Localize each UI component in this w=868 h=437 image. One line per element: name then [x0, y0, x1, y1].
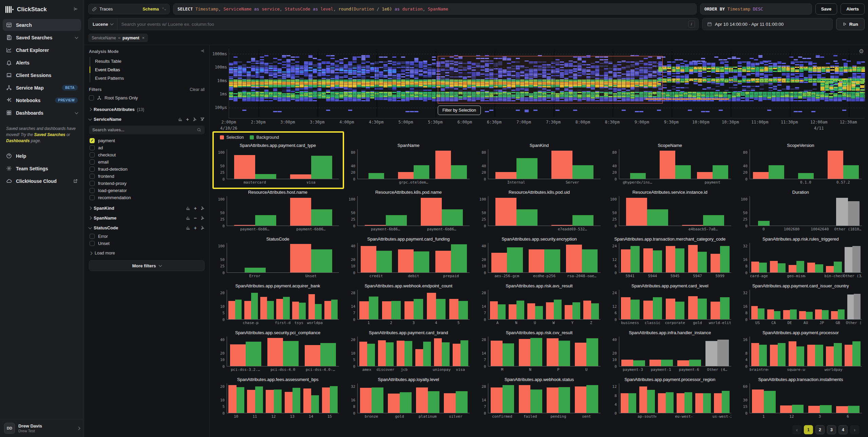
filter-by-selection-button[interactable]: Filter by Selection: [438, 106, 481, 115]
selection-bar[interactable]: [714, 393, 722, 413]
selection-bar[interactable]: [697, 172, 713, 179]
bar-group[interactable]: [414, 383, 442, 413]
background-bar[interactable]: [703, 215, 724, 226]
selection-bar[interactable]: [382, 301, 392, 319]
selection-bar[interactable]: [435, 251, 451, 272]
mini-chart[interactable]: SpanAttributes.app.webhook.status071428c…: [475, 376, 603, 422]
bar-group[interactable]: [766, 290, 782, 319]
bar-group[interactable]: [544, 337, 572, 366]
background-bar[interactable]: [796, 346, 804, 366]
mini-chart[interactable]: SpanAttributes.app.risk.cvv_result071428…: [475, 329, 603, 376]
bar-group[interactable]: [769, 337, 787, 366]
background-bar[interactable]: [666, 392, 674, 413]
mini-chart[interactable]: SpanAttributes.app.payment.card_level061…: [606, 283, 734, 329]
background-bar[interactable]: [369, 173, 384, 179]
bar-group[interactable]: [414, 196, 470, 226]
bar-group[interactable]: [432, 243, 470, 272]
background-bar[interactable]: [283, 297, 290, 319]
filter-value-row[interactable]: recommendation: [90, 194, 205, 201]
background-bar[interactable]: [720, 246, 730, 272]
background-bar[interactable]: [376, 251, 392, 272]
background-bar[interactable]: [717, 340, 729, 366]
selection-bar[interactable]: [815, 309, 822, 319]
selection-bar[interactable]: [807, 345, 815, 366]
bar-group[interactable]: [488, 290, 507, 319]
selection-bar[interactable]: [565, 305, 572, 319]
bar-group[interactable]: [432, 149, 470, 179]
time-range-picker[interactable]: Apr 10 14:00:00 - Apr 11 01:00:00: [702, 18, 833, 30]
bar-group[interactable]: [358, 149, 395, 179]
mini-chart[interactable]: ScopeVersion02040800.1.00.57.2: [737, 142, 865, 188]
selection-bar[interactable]: [397, 341, 404, 366]
mode-event-patterns[interactable]: Event Patterns: [90, 74, 205, 82]
background-bar[interactable]: [759, 345, 767, 366]
sidebar-item-team-settings[interactable]: Team Settings: [3, 163, 81, 174]
bar-group[interactable]: [402, 290, 425, 319]
selection-bar[interactable]: [228, 301, 235, 319]
background-bar[interactable]: [255, 386, 263, 413]
clear-all-button[interactable]: Clear all: [190, 87, 205, 92]
background-bar[interactable]: [698, 299, 707, 319]
background-bar[interactable]: [315, 304, 322, 319]
selection-bar[interactable]: [666, 299, 675, 319]
selection-bar[interactable]: [826, 266, 834, 272]
checkbox[interactable]: [90, 145, 95, 150]
selection-bar[interactable]: [845, 345, 852, 366]
bar-group[interactable]: [545, 149, 601, 179]
background-bar[interactable]: [769, 165, 784, 179]
background-bar[interactable]: [442, 209, 463, 226]
bar-group[interactable]: [787, 243, 806, 272]
bar-group[interactable]: [227, 149, 283, 179]
mini-chart[interactable]: ScopeName0204080@hyperdx/ins…payment: [606, 142, 734, 188]
bar-group[interactable]: [657, 383, 675, 413]
background-bar[interactable]: [245, 268, 266, 272]
selection-bar[interactable]: [360, 388, 372, 413]
pin-icon[interactable]: [200, 226, 205, 230]
background-bar[interactable]: [834, 262, 842, 272]
background-bar[interactable]: [798, 173, 814, 179]
selection-bar[interactable]: [682, 225, 703, 226]
bar-group[interactable]: [572, 337, 601, 366]
bar-group[interactable]: [544, 290, 563, 319]
bar-group[interactable]: [787, 149, 825, 179]
add-filter-icon[interactable]: +: [194, 226, 197, 230]
bar-group[interactable]: [619, 290, 642, 319]
bar-group[interactable]: [750, 290, 766, 319]
filter-value-row[interactable]: checkout: [90, 151, 205, 158]
bar-group[interactable]: [447, 290, 470, 319]
prev-page-button[interactable]: ‹: [792, 425, 801, 434]
add-filter-icon[interactable]: +: [194, 207, 197, 210]
background-bar[interactable]: [838, 309, 845, 319]
bar-group[interactable]: [544, 383, 572, 413]
language-selector[interactable]: Lucene: [89, 18, 117, 30]
selection-bar[interactable]: [789, 265, 796, 272]
filter-value-row[interactable]: ad: [90, 144, 205, 151]
selection-bar[interactable]: [547, 387, 559, 413]
bar-group[interactable]: [713, 383, 731, 413]
chart-icon[interactable]: [178, 117, 183, 121]
selection-bar[interactable]: [434, 338, 442, 366]
bar-group[interactable]: [675, 196, 731, 226]
background-bar[interactable]: [311, 395, 319, 413]
mini-chart[interactable]: SpanAttributes.app.payment.acquirer_bank…: [214, 283, 342, 329]
checkbox[interactable]: [90, 167, 95, 172]
bar-group[interactable]: [750, 243, 769, 272]
bar-group[interactable]: [664, 243, 686, 272]
bar-group[interactable]: [750, 337, 769, 366]
bar-group[interactable]: [830, 290, 846, 319]
selection-bar[interactable]: [621, 360, 633, 366]
background-bar[interactable]: [436, 299, 446, 319]
background-bar[interactable]: [628, 393, 636, 413]
background-bar[interactable]: [559, 341, 570, 366]
bar-group[interactable]: [619, 149, 657, 179]
filter-group-servicename[interactable]: ServiceName +: [89, 114, 205, 124]
bar-group[interactable]: [283, 243, 339, 272]
mini-chart[interactable]: SpanAttributes.app.payment.processor_reg…: [606, 376, 734, 422]
bar-group[interactable]: [582, 290, 601, 319]
selection-bar[interactable]: [491, 387, 503, 413]
selection-bar[interactable]: [845, 247, 852, 272]
background-bar[interactable]: [544, 249, 560, 272]
dashboards-link[interactable]: Dashboards: [6, 138, 30, 143]
mini-chart[interactable]: SpanAttributes.app.security.pci_complian…: [214, 329, 342, 376]
background-bar[interactable]: [572, 302, 580, 319]
